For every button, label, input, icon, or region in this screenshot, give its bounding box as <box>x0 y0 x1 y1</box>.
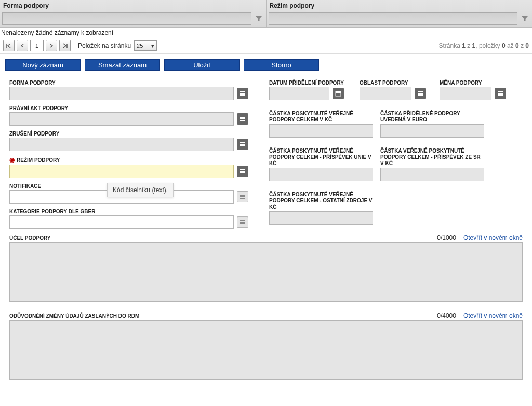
input-kategorie[interactable] <box>9 215 234 229</box>
label-mena: MĚNA PODPORY <box>440 79 512 87</box>
no-records-text: Nenalezeny žádné záznamy k zobrazení <box>0 28 532 38</box>
label-castka-ost: ČÁSTKA POSKYTNUTÉ VEŘEJNÉ PODPORY CELKEM… <box>269 191 373 211</box>
open-new-window-link[interactable]: Otevřít v novém okně <box>463 312 523 319</box>
filter-input-forma[interactable] <box>2 12 251 25</box>
lookup-icon[interactable] <box>237 216 248 228</box>
svg-rect-11 <box>240 172 245 173</box>
calendar-icon[interactable] <box>332 88 344 99</box>
filter-col-forma: Forma podpory <box>0 0 267 27</box>
label-ucel: ÚČEL PODPORY <box>9 235 50 241</box>
lookup-icon[interactable] <box>237 88 248 99</box>
svg-rect-8 <box>240 145 245 146</box>
filter-icon[interactable] <box>520 12 530 25</box>
input-oblast[interactable] <box>360 87 411 100</box>
label-oduvod: ODŮVODNĚNÍ ZMĚNY ÚDAJŮ ZASLANÝCH DO RDM <box>9 313 139 319</box>
input-castka-sr[interactable] <box>380 168 484 181</box>
svg-rect-17 <box>240 223 245 224</box>
lookup-icon[interactable] <box>237 139 248 150</box>
input-zruseni[interactable] <box>9 138 234 151</box>
textarea-ucel[interactable] <box>9 242 523 302</box>
filter-header-rezim: Režim podpory <box>267 0 533 11</box>
new-record-button[interactable]: Nový záznam <box>5 59 81 71</box>
label-datum: DATUM PŘIDĚLENÍ PODPORY <box>269 79 352 87</box>
svg-rect-7 <box>240 144 245 145</box>
filter-bar: Forma podpory Režim podpory <box>0 0 532 28</box>
svg-rect-16 <box>240 222 245 223</box>
input-rezim[interactable] <box>9 165 234 178</box>
save-button[interactable]: Uložit <box>164 59 240 71</box>
input-castka-ost[interactable] <box>269 211 373 225</box>
textarea-oduvod[interactable] <box>9 320 523 380</box>
label-castka-sr: ČÁSTKA VEŘEJNÉ POSKYTNUTÉ PODPORY CELKEM… <box>380 147 484 168</box>
svg-rect-22 <box>418 94 423 96</box>
label-forma: FORMA PODPORY <box>9 79 248 87</box>
lookup-icon[interactable] <box>237 166 248 177</box>
svg-rect-6 <box>240 142 245 143</box>
filter-header-forma: Forma podpory <box>0 0 266 11</box>
lookup-icon[interactable] <box>237 113 248 125</box>
svg-rect-19 <box>336 91 341 93</box>
svg-rect-20 <box>418 91 423 92</box>
label-rezim: ◉REŽIM PODPORY <box>9 155 248 165</box>
counter-oduvod: 0/4000 <box>437 312 463 319</box>
label-kategorie: KATEGORIE PODPORY DLE GBER <box>9 208 248 215</box>
pager-last[interactable] <box>59 40 71 51</box>
svg-rect-15 <box>240 220 245 221</box>
tooltip: Kód číselníku (text). <box>107 183 174 197</box>
svg-rect-4 <box>240 118 245 119</box>
input-forma[interactable] <box>9 87 234 100</box>
counter-ucel: 0/1000 <box>437 234 463 241</box>
pager-page-input[interactable] <box>30 40 44 51</box>
pager-first[interactable] <box>3 40 15 51</box>
input-castka-unie[interactable] <box>269 168 373 181</box>
pager-next[interactable] <box>46 40 57 51</box>
pager-prev[interactable] <box>17 40 28 51</box>
required-icon: ◉ <box>9 156 15 164</box>
open-new-window-link[interactable]: Otevřít v novém okně <box>463 234 523 241</box>
pager-bar: Položek na stránku 25 ▾ Stránka 1 z 1, p… <box>0 38 532 54</box>
svg-rect-14 <box>240 198 245 199</box>
label-oblast: OBLAST PODPORY <box>360 79 432 87</box>
pager-info: Stránka 1 z 1, položky 0 až 0 z 0 <box>438 42 529 49</box>
input-pravni[interactable] <box>9 112 234 126</box>
label-zruseni: ZRUŠENÍ PODPORY <box>9 130 248 138</box>
label-pravni: PRÁVNÍ AKT PODPORY <box>9 104 248 112</box>
lookup-icon[interactable] <box>495 88 506 99</box>
svg-rect-23 <box>498 91 503 92</box>
cancel-button[interactable]: Storno <box>244 59 319 71</box>
svg-rect-10 <box>240 171 245 172</box>
svg-rect-1 <box>240 93 245 94</box>
filter-col-rezim: Režim podpory <box>267 0 533 27</box>
per-page-dropdown[interactable]: 25 ▾ <box>134 40 157 51</box>
input-datum[interactable] <box>269 87 329 100</box>
chevron-down-icon: ▾ <box>151 43 154 49</box>
svg-rect-2 <box>240 94 245 96</box>
svg-rect-3 <box>240 117 245 118</box>
svg-rect-5 <box>240 120 245 121</box>
svg-rect-9 <box>240 169 245 170</box>
input-castka-eur[interactable] <box>380 124 484 138</box>
action-bar: Nový záznam Smazat záznam Uložit Storno <box>0 54 532 75</box>
input-castka-kc[interactable] <box>269 124 373 138</box>
label-castka-kc: ČÁSTKA POSKYTNUTÉ VEŘEJNÉ PODPORY CELKEM… <box>269 110 373 124</box>
label-castka-eur: ČÁSTKA PŘIDĚLENÉ PODPORY UVEDENÁ V EURO <box>380 110 484 124</box>
svg-rect-12 <box>240 195 245 196</box>
filter-input-rezim[interactable] <box>269 12 518 25</box>
svg-rect-21 <box>418 93 423 94</box>
svg-rect-13 <box>240 196 245 197</box>
per-page-label: Položek na stránku <box>78 42 131 49</box>
svg-rect-25 <box>498 94 503 96</box>
filter-icon[interactable] <box>254 12 264 25</box>
svg-rect-24 <box>498 93 503 94</box>
svg-rect-0 <box>240 91 245 92</box>
label-castka-unie: ČÁSTKA POSKYTNUTÉ VEŘEJNÉ PODPORY CELKEM… <box>269 147 373 168</box>
lookup-icon[interactable] <box>415 88 426 99</box>
lookup-icon[interactable] <box>237 191 248 202</box>
input-mena[interactable] <box>440 87 491 100</box>
delete-record-button[interactable]: Smazat záznam <box>85 59 160 71</box>
per-page-value: 25 <box>137 43 143 49</box>
